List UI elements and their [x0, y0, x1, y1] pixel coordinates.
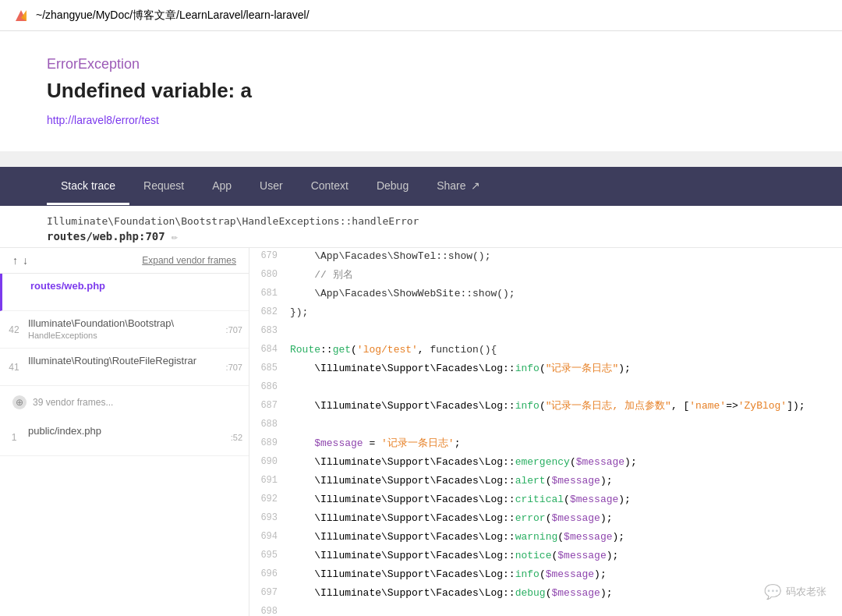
frame-info: Illuminate\Foundation\Bootstrap\ HandleE… [28, 311, 226, 348]
line-content: \App\Facades\ShowWebSite::show(); [290, 285, 842, 304]
tab-share[interactable]: Share ↗ [423, 168, 494, 205]
line-content [290, 416, 842, 435]
tab-context[interactable]: Context [297, 168, 363, 205]
line-number: 684 [249, 342, 290, 360]
frame-line: :52 [231, 419, 249, 455]
stack-header: Illuminate\Foundation\Bootstrap\HandleEx… [0, 206, 842, 248]
main-content: Illuminate\Foundation\Bootstrap\HandleEx… [0, 206, 842, 616]
frame-file: Illuminate\Foundation\Bootstrap\ [28, 317, 220, 329]
line-number: 680 [249, 267, 290, 285]
exception-type: ErrorException [47, 56, 795, 73]
section-gap [0, 151, 842, 167]
app-logo [12, 7, 30, 24]
tab-debug[interactable]: Debug [363, 168, 423, 205]
code-line: 686 [249, 379, 842, 398]
expand-vendor-frames[interactable]: Expand vendor frames [142, 255, 236, 266]
code-line: 687 \Illuminate\Support\Facades\Log::inf… [249, 398, 842, 416]
line-content: $message = '记录一条日志'; [290, 435, 842, 454]
code-line: 688 [249, 416, 842, 435]
code-line: 681 \App\Facades\ShowWebSite::show(); [249, 285, 842, 304]
frame-file: public/index.php [28, 425, 225, 437]
frame-info: routes/web.php [30, 274, 249, 310]
frame-arrows: ↑ ↓ [12, 254, 28, 267]
line-number: 683 [249, 323, 290, 342]
frames-controls: ↑ ↓ Expand vendor frames [0, 248, 249, 274]
code-line: 693 \Illuminate\Support\Facades\Log::err… [249, 510, 842, 529]
line-number: 692 [249, 491, 290, 510]
code-line: 684 Route::get('log/test', function(){ [249, 342, 842, 360]
frame-info: public/index.php [28, 419, 231, 455]
exception-path: Illuminate\Foundation\Bootstrap\HandleEx… [47, 215, 830, 227]
code-line: 695 \Illuminate\Support\Facades\Log::not… [249, 547, 842, 566]
line-number: 682 [249, 304, 290, 323]
watermark-label: 码农老张 [786, 585, 826, 599]
line-number: 685 [249, 360, 290, 379]
code-line: 697 \Illuminate\Support\Facades\Log::deb… [249, 585, 842, 604]
frame-line: :707 [226, 349, 249, 385]
code-line: 691 \Illuminate\Support\Facades\Log::ale… [249, 473, 842, 491]
code-line: 682 }); [249, 304, 842, 323]
edit-icon[interactable]: ✏️ [172, 230, 178, 243]
code-line: 696 \Illuminate\Support\Facades\Log::inf… [249, 566, 842, 585]
line-number: 681 [249, 285, 290, 304]
line-content: \Illuminate\Support\Facades\Log::warning… [290, 529, 842, 547]
line-number: 687 [249, 398, 290, 416]
tab-request[interactable]: Request [129, 168, 198, 205]
frame-number: 1 [0, 419, 28, 455]
error-header: ErrorException Undefined variable: a htt… [0, 31, 842, 151]
tab-stack-trace[interactable]: Stack trace [47, 168, 129, 205]
line-content: // 别名 [290, 267, 842, 285]
file-line-text: routes/web.php:707 [47, 230, 165, 243]
watermark-icon: 💬 [764, 583, 781, 600]
line-number: 691 [249, 473, 290, 491]
line-content: }); [290, 304, 842, 323]
line-content: \Illuminate\Support\Facades\Log::debug($… [290, 585, 842, 604]
line-content: \Illuminate\Support\Facades\Log::error($… [290, 510, 842, 529]
code-line: 683 [249, 323, 842, 342]
arrow-down[interactable]: ↓ [23, 254, 28, 267]
line-content: \Illuminate\Support\Facades\Log::info("记… [290, 398, 842, 416]
line-number: 695 [249, 547, 290, 566]
stack-body: ↑ ↓ Expand vendor frames routes/web.php … [0, 248, 842, 616]
frame-item[interactable]: 42 Illuminate\Foundation\Bootstrap\ Hand… [0, 311, 249, 349]
frame-class: HandleExceptions [28, 331, 220, 340]
line-content [290, 323, 842, 342]
frame-file: Illuminate\Routing\RouteFileRegistrar [28, 355, 220, 366]
share-icon: ↗ [471, 179, 480, 192]
line-number: 688 [249, 416, 290, 435]
line-content: \Illuminate\Support\Facades\Log::info($m… [290, 566, 842, 585]
line-content: \Illuminate\Support\Facades\Log::critica… [290, 491, 842, 510]
line-content: \Illuminate\Support\Facades\Log::notice(… [290, 547, 842, 566]
line-content: \Illuminate\Support\Facades\Log::alert($… [290, 473, 842, 491]
code-line: 680 // 别名 [249, 267, 842, 285]
frame-line: :707 [226, 311, 249, 348]
code-line: 679 \App\Facades\ShowTel::show(); [249, 248, 842, 267]
line-number: 690 [249, 454, 290, 473]
frame-item[interactable]: routes/web.php [0, 274, 249, 311]
tab-user[interactable]: User [246, 168, 297, 205]
top-bar: ~/zhangyue/MyDoc/博客文章/LearnLaravel/learn… [0, 0, 842, 31]
line-content: Route::get('log/test', function(){ [290, 342, 842, 360]
line-number: 679 [249, 248, 290, 267]
vendor-frames-group: ⊕ 39 vendor frames... [0, 386, 249, 419]
line-number: 693 [249, 510, 290, 529]
code-line: 690 \Illuminate\Support\Facades\Log::eme… [249, 454, 842, 473]
code-line: 698 [249, 604, 842, 616]
frame-info: Illuminate\Routing\RouteFileRegistrar [28, 349, 226, 385]
code-line: 694 \Illuminate\Support\Facades\Log::war… [249, 529, 842, 547]
error-url[interactable]: http://laravel8/error/test [47, 114, 159, 126]
line-content [290, 604, 842, 616]
vendor-frames-label: 39 vendor frames... [33, 397, 113, 408]
file-path: ~/zhangyue/MyDoc/博客文章/LearnLaravel/learn… [36, 9, 310, 23]
arrow-up[interactable]: ↑ [12, 254, 18, 267]
tab-app[interactable]: App [198, 168, 246, 205]
line-number: 696 [249, 566, 290, 585]
frame-number: 42 [0, 311, 28, 348]
frame-item[interactable]: 1 public/index.php :52 [0, 419, 249, 456]
line-number: 694 [249, 529, 290, 547]
code-line: 692 \Illuminate\Support\Facades\Log::cri… [249, 491, 842, 510]
frame-item[interactable]: 41 Illuminate\Routing\RouteFileRegistrar… [0, 349, 249, 386]
line-number: 698 [249, 604, 290, 616]
vendor-expand-button[interactable]: ⊕ [12, 395, 27, 409]
line-content: \Illuminate\Support\Facades\Log::emergen… [290, 454, 842, 473]
